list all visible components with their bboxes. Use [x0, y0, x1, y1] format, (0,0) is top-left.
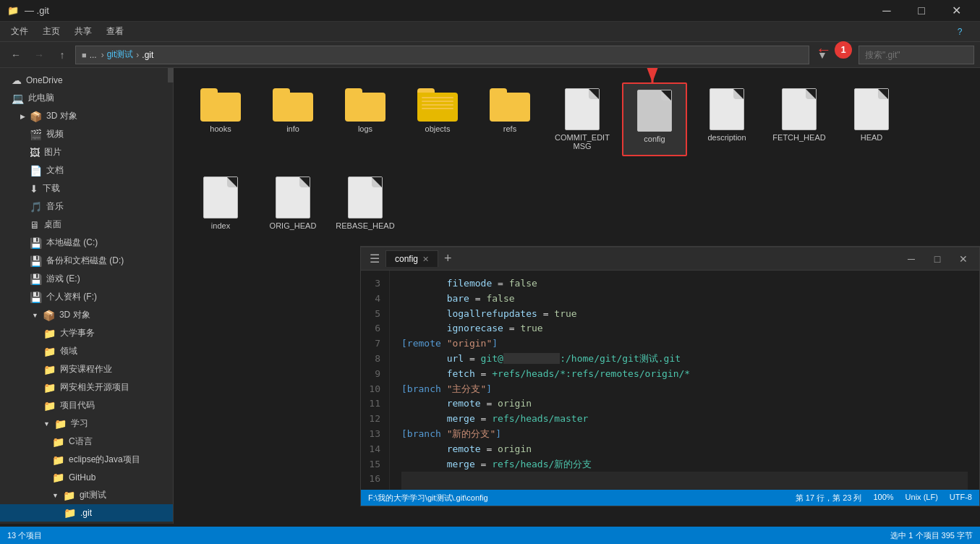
main-status-bar: 13 个项目 选中 1 个项目 395 字节 [0, 527, 980, 544]
address-part-1[interactable]: ... [90, 50, 97, 60]
sidebar-item-study[interactable]: ▼ 📁 学习 [0, 415, 173, 433]
line-num-11: 11 [367, 396, 380, 412]
code-line-7: [remote "origin"] [401, 336, 968, 352]
sidebar-item-gittest[interactable]: ▼ 📁 git测试 [0, 486, 173, 504]
annotation-1-wrapper: ← 1 [816, 41, 852, 59]
address-bar[interactable]: ■ ... › git测试 › .git ← 1 [75, 46, 809, 64]
sidebar-item-docs[interactable]: ▶ 📄 文档 [0, 161, 173, 179]
search-input[interactable] [858, 46, 974, 64]
editor-minimize-button[interactable]: ─ [898, 247, 924, 271]
drive-d-icon: 💾 [30, 255, 42, 267]
line-num-5: 5 [367, 307, 380, 322]
file-item-objects[interactable]: objects [405, 82, 470, 156]
study-icon: 📁 [54, 418, 67, 430]
sidebar-item-desktop[interactable]: ▶ 🖥 桌面 [0, 216, 173, 234]
sidebar-item-games-e[interactable]: ▶ 💾 游戏 (E:) [0, 270, 173, 288]
file-item-info[interactable]: info [260, 82, 325, 156]
sidebar-label-docs: 文档 [46, 164, 64, 177]
editor-line-ending: Unix (LF) [906, 493, 938, 503]
help-button[interactable]: ? [943, 21, 976, 43]
sidebar-label-f: 个人资料 (F:) [46, 291, 97, 303]
sidebar-item-university[interactable]: 📁 大学事务 [0, 324, 173, 342]
sidebar-item-localc[interactable]: ▶ 💾 本地磁盘 (C:) [0, 234, 173, 252]
file-label-orig-head: ORIG_HEAD [270, 221, 317, 230]
sidebar-item-3dobjects[interactable]: ▶ 📦 3D 对象 [0, 107, 173, 125]
address-git-dir[interactable]: .git [142, 50, 153, 60]
file-item-orig-head[interactable]: ORIG_HEAD [260, 171, 325, 236]
menu-home[interactable]: 主页 [35, 22, 67, 41]
file-label-logs: logs [358, 124, 372, 133]
sidebar-item-clang[interactable]: 📁 C语言 [0, 433, 173, 451]
file-label-rebase-head: REBASE_HEAD [336, 221, 394, 230]
file-item-logs[interactable]: logs [333, 82, 398, 156]
sidebar-label-3d-sub: 3D 对象 [59, 309, 90, 321]
sidebar-item-pictures[interactable]: ▶ 🖼 图片 [0, 143, 173, 161]
clang-icon: 📁 [52, 436, 64, 448]
editor-add-tab-button[interactable]: + [438, 248, 458, 269]
menu-view[interactable]: 查看 [99, 22, 131, 41]
status-selected: 选中 1 个项目 395 字节 [890, 530, 973, 541]
forward-button[interactable]: → [29, 45, 49, 65]
up-button[interactable]: ↑ [52, 45, 72, 65]
hooks-folder-icon [200, 88, 241, 122]
file-item-index[interactable]: index [188, 171, 253, 236]
sidebar-label-onedrive: OneDrive [26, 75, 63, 85]
file-item-refs[interactable]: refs [477, 82, 542, 156]
address-separator-2: › [136, 50, 139, 60]
onedrive-icon: ☁ [12, 75, 22, 86]
file-item-description[interactable]: description [694, 82, 759, 156]
sidebar-item-downloads[interactable]: ▶ ⬇ 下载 [0, 179, 173, 197]
sidebar-item-music[interactable]: ▶ 🎵 音乐 [0, 197, 173, 216]
sidebar-label-dl: 下载 [43, 182, 60, 195]
editor-restore-button[interactable]: □ [924, 247, 950, 271]
file-item-commit-editmsg[interactable]: COMMIT_EDIT MSG [550, 82, 615, 156]
editor-tab-close[interactable]: ✕ [422, 255, 429, 264]
sidebar-item-video[interactable]: ▶ 🎬 视频 [0, 125, 173, 143]
config-icon [637, 90, 672, 132]
file-grid-row1: hooks info logs [188, 82, 966, 156]
back-button[interactable]: ← [6, 45, 26, 65]
maximize-button[interactable]: □ [905, 0, 938, 22]
minimize-button[interactable]: ─ [870, 0, 903, 22]
editor-close-button[interactable]: ✕ [950, 247, 976, 271]
sidebar-label-domain: 领域 [60, 345, 77, 357]
sidebar-item-domain[interactable]: 📁 领域 [0, 342, 173, 360]
code-editor[interactable]: filemode = false bare = false logallrefu… [390, 271, 979, 490]
info-folder-icon [273, 88, 313, 122]
sidebar-item-onedrive[interactable]: ☁ OneDrive [0, 72, 173, 89]
video-icon: 🎬 [30, 129, 42, 140]
address-git-test[interactable]: git测试 [107, 48, 134, 61]
sidebar-item-3d-sub[interactable]: ▼ 📦 3D 对象 [0, 306, 173, 324]
editor-tab-config[interactable]: config ✕ [385, 250, 438, 267]
file-item-head[interactable]: HEAD [839, 82, 904, 156]
sidebar-item-backup-d[interactable]: ▶ 💾 备份和文档磁盘 (D:) [0, 252, 173, 270]
editor-panel: ☰ config ✕ + ─ □ ✕ 3 4 5 6 [360, 246, 980, 506]
sidebar-item-github[interactable]: 📁 GitHub [0, 469, 173, 486]
sidebar-item-personal-f[interactable]: ▶ 💾 个人资料 (F:) [0, 288, 173, 306]
sidebar-item-projectcode[interactable]: 📁 项目代码 [0, 396, 173, 415]
editor-status-right: 第 17 行，第 23 列 100% Unix (LF) UTF-8 [796, 493, 972, 503]
sidebar-item-javaweb[interactable]: 📁 javaweb [0, 522, 173, 524]
sidebar-item-eclipse[interactable]: 📁 eclipse的Java项目 [0, 451, 173, 469]
sidebar-label-projectcode: 项目代码 [60, 399, 95, 412]
file-item-fetch-head[interactable]: FETCH_HEAD [767, 82, 832, 156]
file-label-hooks: hooks [210, 124, 231, 133]
line-num-9: 9 [367, 367, 380, 382]
close-window-button[interactable]: ✕ [939, 0, 973, 22]
editor-menu-button[interactable]: ☰ [364, 249, 385, 268]
menu-file[interactable]: 文件 [4, 22, 35, 41]
sidebar-item-gitdir[interactable]: 📁 .git [0, 504, 173, 522]
music-icon: 🎵 [30, 201, 42, 213]
file-label-index: index [211, 221, 230, 230]
sidebar-item-netcourse[interactable]: 📁 网安课程作业 [0, 360, 173, 378]
file-item-rebase-head[interactable]: REBASE_HEAD [333, 171, 398, 236]
file-item-config[interactable]: config 2 [622, 82, 687, 156]
code-line-3: filemode = false [401, 276, 968, 292]
expand-icon-1: ▶ [20, 113, 25, 120]
file-item-hooks[interactable]: hooks [188, 82, 253, 156]
menu-share[interactable]: 共享 [67, 22, 99, 41]
sidebar-item-opensource[interactable]: 📁 网安相关开源项目 [0, 378, 173, 396]
sidebar-label-study: 学习 [71, 417, 88, 430]
commit-editmsg-icon [565, 88, 600, 130]
sidebar-item-thispc[interactable]: 💻 此电脑 [0, 89, 173, 107]
